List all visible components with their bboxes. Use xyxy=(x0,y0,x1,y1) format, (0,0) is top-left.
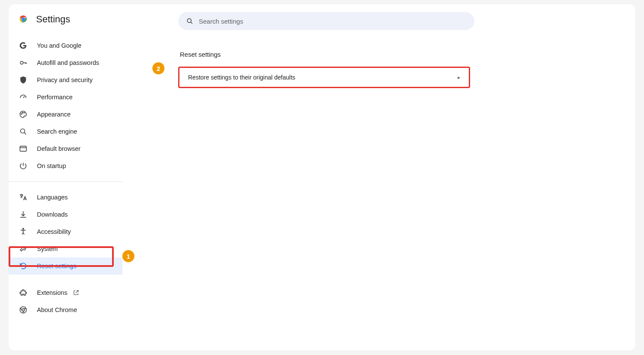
sidebar-item-label: Extensions xyxy=(37,289,67,296)
sidebar-item-search-engine[interactable]: Search engine xyxy=(9,123,122,140)
search-icon xyxy=(19,127,27,136)
settings-window: Settings You and Google Autofill and pas… xyxy=(9,4,635,351)
nav-divider xyxy=(9,181,122,182)
power-icon xyxy=(19,162,27,170)
chrome-logo-icon xyxy=(18,14,28,24)
sidebar-item-label: Performance xyxy=(37,94,73,101)
sidebar-item-performance[interactable]: Performance xyxy=(9,89,122,106)
svg-point-3 xyxy=(20,61,23,64)
accessibility-icon xyxy=(19,227,27,236)
wrench-icon xyxy=(19,245,27,253)
sidebar-item-label: On startup xyxy=(37,162,66,169)
search-bar[interactable] xyxy=(178,12,474,30)
sidebar-item-system[interactable]: System xyxy=(9,240,122,257)
svg-point-7 xyxy=(21,129,25,133)
sidebar-item-downloads[interactable]: Downloads xyxy=(9,206,122,223)
sidebar-item-default-browser[interactable]: Default browser xyxy=(9,140,122,157)
sidebar-item-languages[interactable]: Languages xyxy=(9,189,122,206)
search-icon xyxy=(186,17,194,25)
download-icon xyxy=(19,210,27,219)
nav-section-1: You and Google Autofill and passwords Pr… xyxy=(9,34,122,177)
sidebar-item-extensions[interactable]: Extensions xyxy=(9,284,122,301)
svg-point-5 xyxy=(22,112,23,113)
svg-point-9 xyxy=(23,228,24,230)
section-title: Reset settings xyxy=(180,51,635,58)
sidebar-item-label: Languages xyxy=(37,194,68,201)
restore-defaults-row[interactable]: Restore settings to their original defau… xyxy=(178,67,470,88)
svg-point-12 xyxy=(187,18,191,22)
svg-point-6 xyxy=(24,112,24,113)
sidebar: Settings You and Google Autofill and pas… xyxy=(9,4,122,351)
key-icon xyxy=(19,58,27,67)
reset-icon xyxy=(19,262,27,270)
svg-rect-8 xyxy=(20,146,27,151)
speedometer-icon xyxy=(19,93,27,101)
sidebar-item-reset-settings[interactable]: Reset settings xyxy=(9,257,122,275)
sidebar-item-label: Default browser xyxy=(37,145,81,152)
page-title: Settings xyxy=(36,14,70,25)
svg-point-4 xyxy=(21,113,22,114)
sidebar-item-label: You and Google xyxy=(37,42,81,49)
sidebar-item-label: Appearance xyxy=(37,111,70,118)
extension-icon xyxy=(19,288,27,297)
sidebar-item-label: Search engine xyxy=(37,128,77,135)
svg-point-2 xyxy=(22,18,24,21)
translate-icon xyxy=(19,193,27,202)
sidebar-item-accessibility[interactable]: Accessibility xyxy=(9,223,122,240)
chevron-right-icon: ▸ xyxy=(458,74,460,80)
nav-section-2: Languages Downloads Accessibility System xyxy=(9,186,122,277)
palette-icon xyxy=(19,110,27,119)
nav-section-3: Extensions About Chrome xyxy=(9,277,122,321)
external-link-icon xyxy=(73,289,79,296)
sidebar-item-label: About Chrome xyxy=(37,306,77,313)
chrome-icon xyxy=(19,306,27,314)
google-g-icon xyxy=(19,41,27,50)
header: Settings xyxy=(9,14,122,34)
sidebar-item-label: Autofill and passwords xyxy=(37,59,99,66)
sidebar-item-autofill[interactable]: Autofill and passwords xyxy=(9,54,122,71)
browser-icon xyxy=(19,144,27,153)
sidebar-item-on-startup[interactable]: On startup xyxy=(9,157,122,174)
sidebar-item-privacy[interactable]: Privacy and security xyxy=(9,71,122,89)
sidebar-item-about-chrome[interactable]: About Chrome xyxy=(9,301,122,318)
restore-defaults-label: Restore settings to their original defau… xyxy=(188,74,295,81)
sidebar-item-label: Reset settings xyxy=(37,263,76,269)
shield-icon xyxy=(19,76,27,84)
sidebar-item-you-and-google[interactable]: You and Google xyxy=(9,37,122,54)
sidebar-item-label: Downloads xyxy=(37,211,68,218)
content-area: Reset settings Restore settings to their… xyxy=(122,4,635,351)
sidebar-item-label: Privacy and security xyxy=(37,77,93,83)
sidebar-item-label: Accessibility xyxy=(37,228,71,235)
sidebar-item-label: System xyxy=(37,245,58,252)
sidebar-item-appearance[interactable]: Appearance xyxy=(9,106,122,123)
search-input[interactable] xyxy=(199,18,467,25)
